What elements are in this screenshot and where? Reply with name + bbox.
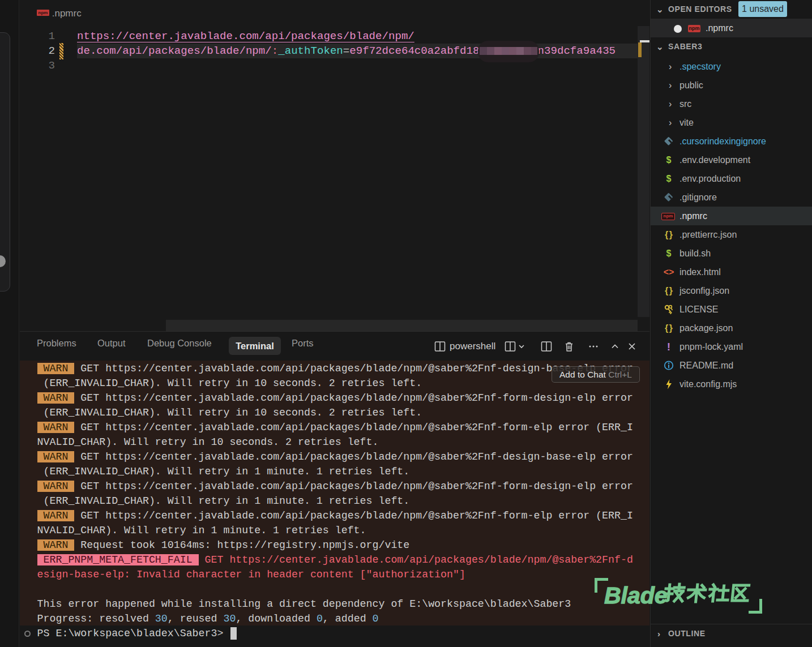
svg-text:Blade: Blade <box>604 582 668 609</box>
